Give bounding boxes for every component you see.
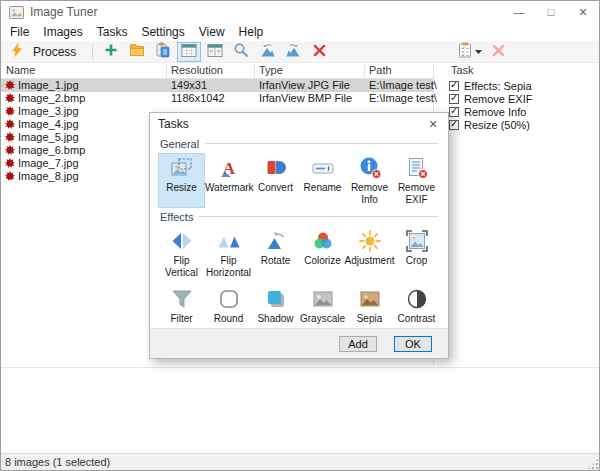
table-row[interactable]: Image_2.bmp1186x1042IrfanView BMP FileE:… xyxy=(1,92,433,105)
grayscale-icon xyxy=(311,287,335,311)
lightning-icon xyxy=(10,43,24,60)
group-label: General xyxy=(158,138,199,150)
tile-label: Round xyxy=(214,313,243,325)
column-header-type[interactable]: Type xyxy=(259,64,283,76)
task-tile-sepia[interactable]: Sepia xyxy=(346,284,393,327)
rename-icon xyxy=(311,156,335,180)
delete-disabled-icon xyxy=(492,44,505,60)
menu-item-file[interactable]: File xyxy=(3,23,36,41)
shadow-icon xyxy=(264,287,288,311)
task-checkbox[interactable]: ✓ xyxy=(449,120,459,130)
column-header-name[interactable]: Name xyxy=(6,64,35,76)
task-tile-flip-vertical[interactable]: Flip Vertical xyxy=(158,226,205,281)
dialog-title: Tasks xyxy=(158,117,189,131)
preview-button[interactable] xyxy=(229,42,253,62)
add-task-button[interactable] xyxy=(458,42,482,62)
task-tile-colorize[interactable]: Colorize xyxy=(299,226,346,281)
tile-label: Flip Vertical xyxy=(158,255,205,279)
task-tile-remove-info[interactable]: Remove Info xyxy=(346,153,393,208)
tile-label: Resize xyxy=(166,182,197,194)
tile-label: Rotate xyxy=(261,255,290,267)
task-tile-remove-exif[interactable]: Remove EXIF xyxy=(393,153,440,208)
image-file-icon xyxy=(5,106,15,117)
task-checkbox[interactable]: ✓ xyxy=(449,94,459,104)
maximize-icon[interactable]: □ xyxy=(535,1,567,23)
task-tile-round[interactable]: Round xyxy=(205,284,252,327)
task-tile-crop[interactable]: Crop xyxy=(393,226,440,281)
process-button[interactable]: Process xyxy=(6,42,86,62)
cell-name: Image_8.jpg xyxy=(18,170,79,183)
task-tile-flip-horizontal[interactable]: Flip Horizontal xyxy=(205,226,252,281)
flip-vertical-icon xyxy=(170,229,194,253)
table-row[interactable]: Image_1.jpg149x31IrfanView JPG FileE:\Im… xyxy=(1,79,433,92)
toolbar: Process xyxy=(1,41,599,63)
task-tile-rename[interactable]: Rename xyxy=(299,153,346,208)
lower-pane xyxy=(1,367,599,455)
dialog-title-bar: Tasks ✕ xyxy=(150,113,448,135)
menu-item-view[interactable]: View xyxy=(192,23,232,41)
add-button[interactable]: Add xyxy=(339,336,377,352)
folder-icon xyxy=(129,42,145,61)
task-tile-convert[interactable]: Convert xyxy=(252,153,299,208)
tile-label: Rename xyxy=(304,182,342,194)
tasks-dialog: Tasks ✕ GeneralResizeAWatermarkConvertRe… xyxy=(149,112,449,359)
minimize-icon[interactable]: — xyxy=(503,1,535,23)
group-line xyxy=(205,143,438,144)
check-icon: ✓ xyxy=(450,79,458,90)
task-item: ✓Effects: Sepia xyxy=(441,79,599,92)
rotate-left-button[interactable] xyxy=(255,42,279,62)
menu-item-tasks[interactable]: Tasks xyxy=(90,23,135,41)
status-bar: 8 images (1 selected) xyxy=(1,453,599,470)
tile-label: Crop xyxy=(406,255,428,267)
filter-icon xyxy=(170,287,194,311)
task-item: ✓Remove Info xyxy=(441,105,599,118)
image-file-icon xyxy=(5,171,15,182)
task-tile-rotate[interactable]: Rotate xyxy=(252,226,299,281)
task-tile-watermark[interactable]: AWatermark xyxy=(205,153,252,208)
task-tile-grayscale[interactable]: Grayscale xyxy=(299,284,346,327)
menu-item-help[interactable]: Help xyxy=(232,23,271,41)
view-details-button[interactable] xyxy=(177,42,201,62)
group-header: General xyxy=(158,137,440,150)
view-thumbnails-button[interactable] xyxy=(203,42,227,62)
check-icon: ✓ xyxy=(450,92,458,103)
task-tile-filter[interactable]: Filter xyxy=(158,284,205,327)
resize-icon xyxy=(170,156,194,180)
remove-task-button[interactable] xyxy=(486,42,510,62)
rotate-left-icon xyxy=(259,43,276,61)
task-tile-adjustment[interactable]: Adjustment xyxy=(346,226,393,281)
add-folder-button[interactable] xyxy=(125,42,149,62)
column-separator xyxy=(364,64,365,78)
remove-images-button[interactable] xyxy=(307,42,331,62)
tile-label: Colorize xyxy=(304,255,341,267)
tile-label: Sepia xyxy=(357,313,383,325)
tile-label: Adjustment xyxy=(344,255,394,267)
cell-name: Image_3.jpg xyxy=(18,105,79,118)
paste-button[interactable] xyxy=(151,42,175,62)
menu-item-settings[interactable]: Settings xyxy=(134,23,191,41)
task-tile-shadow[interactable]: Shadow xyxy=(252,284,299,327)
dialog-close-icon[interactable]: ✕ xyxy=(418,113,448,135)
column-header-resolution[interactable]: Resolution xyxy=(171,64,223,76)
task-tile-contrast[interactable]: Contrast xyxy=(393,284,440,327)
rotate-right-button[interactable] xyxy=(281,42,305,62)
task-checkbox[interactable]: ✓ xyxy=(449,81,459,91)
task-tile-resize[interactable]: Resize xyxy=(158,153,205,208)
tile-label: Convert xyxy=(258,182,293,194)
ok-button[interactable]: OK xyxy=(394,336,432,352)
dialog-group-general: GeneralResizeAWatermarkConvertRenameRemo… xyxy=(158,137,440,208)
tile-row: FilterRoundShadowGrayscaleSepiaContrast xyxy=(158,284,440,327)
column-header-path[interactable]: Path xyxy=(369,64,392,76)
toolbar-separator xyxy=(92,44,93,60)
plus-icon xyxy=(103,42,119,61)
contrast-icon xyxy=(405,287,429,311)
tile-label: Grayscale xyxy=(300,313,345,325)
resize-grip-icon[interactable] xyxy=(588,459,598,469)
close-icon[interactable]: ✕ xyxy=(567,1,599,23)
task-checkbox[interactable]: ✓ xyxy=(449,107,459,117)
convert-icon xyxy=(264,156,288,180)
check-icon: ✓ xyxy=(450,105,458,116)
menu-item-images[interactable]: Images xyxy=(36,23,89,41)
app-window: Image Tuner — □ ✕ FileImagesTasksSetting… xyxy=(0,0,600,471)
add-images-button[interactable] xyxy=(99,42,123,62)
